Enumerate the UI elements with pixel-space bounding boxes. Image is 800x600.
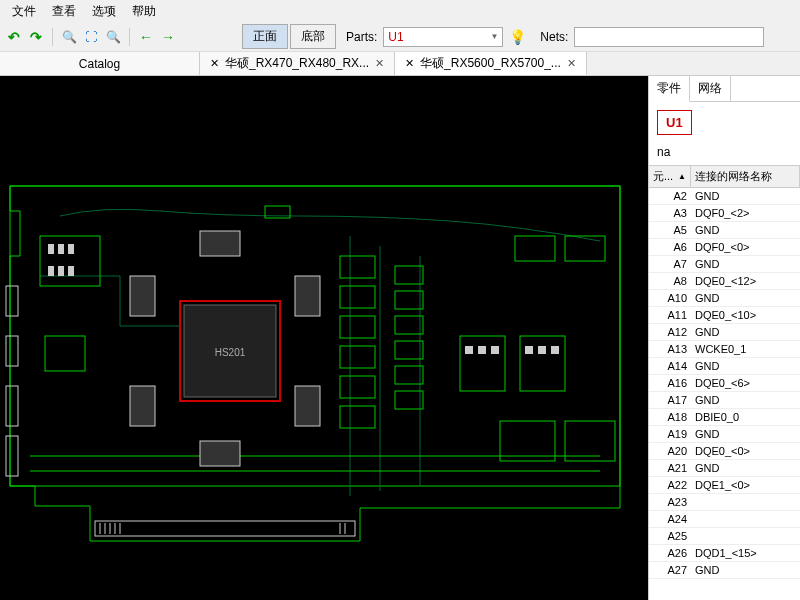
svg-rect-36 — [58, 266, 64, 276]
table-row[interactable]: A12GND — [649, 324, 800, 341]
menubar: 文件 查看 选项 帮助 — [0, 0, 800, 22]
parts-select[interactable]: U1 ▼ — [383, 27, 503, 47]
table-row[interactable]: A13WCKE0_1 — [649, 341, 800, 358]
svg-rect-12 — [45, 336, 85, 371]
table-row[interactable]: A11DQE0_<10> — [649, 307, 800, 324]
table-row[interactable]: A5GND — [649, 222, 800, 239]
cell-net: GND — [691, 188, 800, 204]
pin-table[interactable]: 元... ▲ 连接的网络名称 A2GNDA3DQF0_<2>A5GNDA6DQF… — [649, 165, 800, 600]
svg-rect-54 — [6, 386, 18, 426]
lightbulb-icon[interactable]: 💡 — [509, 29, 526, 45]
layer-back-button[interactable]: 底部 — [290, 24, 336, 49]
cell-pin: A17 — [649, 392, 691, 408]
layer-front-button[interactable]: 正面 — [242, 24, 288, 49]
svg-rect-35 — [48, 266, 54, 276]
sort-asc-icon: ▲ — [678, 172, 686, 181]
zoom-fit-icon[interactable]: ⛶ — [81, 27, 101, 47]
svg-rect-32 — [48, 244, 54, 254]
nets-label: Nets: — [540, 30, 568, 44]
side-tab-nets[interactable]: 网络 — [690, 76, 731, 101]
cell-net: DQD1_<15> — [691, 545, 800, 561]
table-row[interactable]: A20DQE0_<0> — [649, 443, 800, 460]
tabbar: Catalog ✕ 华硕_RX470_RX480_RX... ✕ ✕ 华硕_RX… — [0, 52, 800, 76]
side-tabs: 零件 网络 — [649, 76, 800, 102]
menu-options[interactable]: 选项 — [84, 1, 124, 22]
cell-pin: A24 — [649, 511, 691, 527]
arrow-right-icon[interactable]: → — [158, 27, 178, 47]
table-row[interactable]: A21GND — [649, 460, 800, 477]
table-row[interactable]: A24 — [649, 511, 800, 528]
tab-board-2[interactable]: ✕ 华硕_RX5600_RX5700_... ✕ — [395, 52, 587, 75]
tab-label: 华硕_RX470_RX480_RX... — [225, 55, 369, 72]
svg-rect-17 — [340, 376, 375, 398]
table-row[interactable]: A8DQE0_<12> — [649, 273, 800, 290]
table-row[interactable]: A2GND — [649, 188, 800, 205]
table-header: 元... ▲ 连接的网络名称 — [649, 166, 800, 188]
menu-help[interactable]: 帮助 — [124, 1, 164, 22]
cell-pin: A16 — [649, 375, 691, 391]
menu-view[interactable]: 查看 — [44, 1, 84, 22]
cell-pin: A7 — [649, 256, 691, 272]
table-row[interactable]: A26DQD1_<15> — [649, 545, 800, 562]
rotate-left-icon[interactable]: ↶ — [4, 27, 24, 47]
table-row[interactable]: A3DQF0_<2> — [649, 205, 800, 222]
svg-rect-40 — [491, 346, 499, 354]
svg-rect-9 — [200, 231, 240, 256]
shuffle-icon: ✕ — [405, 57, 414, 70]
svg-rect-20 — [395, 291, 423, 309]
cell-pin: A14 — [649, 358, 691, 374]
cell-net: GND — [691, 392, 800, 408]
selected-part-badge: U1 — [657, 110, 692, 135]
table-row[interactable]: A16DQE0_<6> — [649, 375, 800, 392]
cell-net: GND — [691, 358, 800, 374]
close-icon[interactable]: ✕ — [375, 57, 384, 70]
cell-pin: A27 — [649, 562, 691, 578]
svg-rect-24 — [395, 391, 423, 409]
table-row[interactable]: A18DBIE0_0 — [649, 409, 800, 426]
cell-pin: A23 — [649, 494, 691, 510]
table-row[interactable]: A22DQE1_<0> — [649, 477, 800, 494]
svg-rect-21 — [395, 316, 423, 334]
cell-net: DQE0_<10> — [691, 307, 800, 323]
main-area: HS201 — [0, 76, 800, 600]
close-icon[interactable]: ✕ — [567, 57, 576, 70]
table-row[interactable]: A6DQF0_<0> — [649, 239, 800, 256]
pcb-viewport[interactable]: HS201 — [0, 76, 648, 600]
svg-rect-53 — [6, 336, 18, 366]
zoom-out-icon[interactable]: 🔍 — [103, 27, 123, 47]
table-row[interactable]: A23 — [649, 494, 800, 511]
cell-net — [691, 494, 800, 510]
svg-rect-37 — [68, 266, 74, 276]
zoom-in-icon[interactable]: 🔍 — [59, 27, 79, 47]
table-row[interactable]: A10GND — [649, 290, 800, 307]
side-tab-parts[interactable]: 零件 — [649, 76, 690, 102]
svg-rect-30 — [565, 421, 615, 461]
cell-pin: A10 — [649, 290, 691, 306]
nets-input[interactable] — [574, 27, 764, 47]
svg-rect-10 — [200, 441, 240, 466]
side-panel: 零件 网络 U1 na 元... ▲ 连接的网络名称 A2GNDA3DQF0_<… — [648, 76, 800, 600]
tab-board-1[interactable]: ✕ 华硕_RX470_RX480_RX... ✕ — [200, 52, 395, 75]
table-row[interactable]: A7GND — [649, 256, 800, 273]
cell-pin: A20 — [649, 443, 691, 459]
table-row[interactable]: A17GND — [649, 392, 800, 409]
arrow-left-icon[interactable]: ← — [136, 27, 156, 47]
tab-catalog[interactable]: Catalog — [0, 52, 200, 75]
col-pin-header[interactable]: 元... ▲ — [649, 166, 691, 187]
parts-label: Parts: — [346, 30, 377, 44]
menu-file[interactable]: 文件 — [4, 1, 44, 22]
table-row[interactable]: A14GND — [649, 358, 800, 375]
cell-pin: A13 — [649, 341, 691, 357]
separator — [129, 28, 130, 46]
cell-net: DBIE0_0 — [691, 409, 800, 425]
chip-label: HS201 — [215, 347, 246, 358]
toolbar: ↶ ↷ 🔍 ⛶ 🔍 ← → 正面 底部 Parts: U1 ▼ 💡 Nets: — [0, 22, 800, 52]
rotate-right-icon[interactable]: ↷ — [26, 27, 46, 47]
table-row[interactable]: A19GND — [649, 426, 800, 443]
svg-rect-23 — [395, 366, 423, 384]
svg-rect-29 — [500, 421, 555, 461]
cell-pin: A8 — [649, 273, 691, 289]
table-row[interactable]: A25 — [649, 528, 800, 545]
table-row[interactable]: A27GND — [649, 562, 800, 579]
col-net-header[interactable]: 连接的网络名称 — [691, 166, 800, 187]
